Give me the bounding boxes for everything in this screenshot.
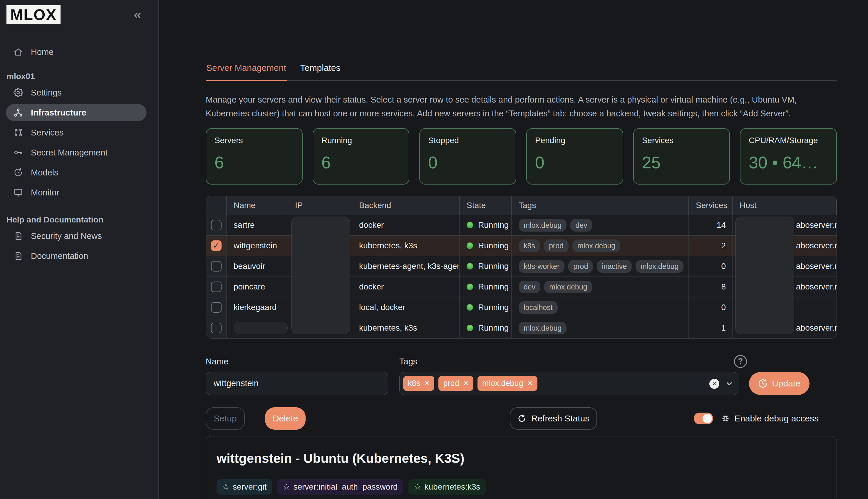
tag-pill: inactive <box>597 260 632 273</box>
server-name-cell[interactable]: beauvoir <box>227 256 288 277</box>
column-header-state: State <box>460 196 512 215</box>
sidebar-item-models[interactable]: Models <box>6 164 147 181</box>
history-icon <box>758 379 768 388</box>
server-name-cell[interactable]: kierkegaard <box>227 297 288 318</box>
sidebar-item-security-and-news[interactable]: Security and News <box>6 228 147 244</box>
server-name: kierkegaard <box>234 303 277 312</box>
sidebar-item-settings[interactable]: Settings <box>6 84 147 101</box>
server-backend-cell: docker <box>352 215 460 235</box>
sidebar: MLOX « Home mlox01 SettingsInfrastructur… <box>0 0 159 499</box>
server-name: beauvoir <box>234 261 265 271</box>
server-state-cell: Running <box>460 297 512 318</box>
sidebar-nav-slot: SettingsInfrastructureServicesSecret Man… <box>0 84 158 201</box>
row-checkbox[interactable] <box>211 323 222 333</box>
server-state-cell: Running <box>460 256 512 277</box>
status-dot-running <box>467 304 473 311</box>
sidebar-item-label: Home <box>31 47 53 57</box>
main-content: Server ManagementTemplates Manage your s… <box>159 0 868 499</box>
tag-chip-prod[interactable]: prod✕ <box>438 376 473 391</box>
tag-pill: mlox.debug <box>518 322 566 334</box>
debug-access-toggle[interactable] <box>694 413 713 424</box>
tag-pill: dev <box>518 281 540 293</box>
help-icon[interactable]: ? <box>734 355 747 368</box>
detail-title: wittgenstein - Ubuntu (Kubernetes, K3S) <box>217 451 826 466</box>
stat-card-cpu-ram-storage: CPU/RAM/Storage30 • 64… <box>740 128 837 184</box>
services-icon <box>13 128 23 137</box>
row-checkbox[interactable] <box>211 281 222 292</box>
row-checkbox[interactable]: ✓ <box>211 240 222 251</box>
sidebar-item-label: Models <box>31 168 59 178</box>
tab-server-management[interactable]: Server Management <box>206 63 287 81</box>
server-name-cell[interactable]: wittgenstein <box>227 235 288 256</box>
sidebar-item-documentation[interactable]: Documentation <box>6 247 147 265</box>
server-backend-cell: local, docker <box>352 297 460 318</box>
delete-button[interactable]: Delete <box>265 407 306 430</box>
services-count-cell: 14 <box>689 215 733 235</box>
server-tags-cell: localhost <box>512 297 689 318</box>
tag-chip-k8s[interactable]: k8s✕ <box>403 376 434 391</box>
badge-label: server:git <box>233 482 267 492</box>
toggle-knob <box>702 414 712 423</box>
stat-label: Running <box>321 136 401 145</box>
stat-label: Stopped <box>428 136 508 145</box>
row-checkbox[interactable] <box>211 261 222 271</box>
sidebar-home-slot: Home <box>0 44 158 61</box>
debug-toggle-label: Enable debug access <box>734 413 819 424</box>
remove-tag-icon[interactable]: ✕ <box>527 380 533 387</box>
remove-tag-icon[interactable]: ✕ <box>424 380 430 387</box>
server-tags-cell: k8s-workerprodinactivemlox.debug <box>512 256 689 277</box>
tag-pill: k8s <box>518 240 540 252</box>
row-checkbox[interactable] <box>211 302 222 313</box>
stat-value: 6 <box>321 153 401 172</box>
update-button[interactable]: Update <box>749 372 809 395</box>
host-value: aboserver.ne <box>796 261 836 271</box>
services-count-cell: 0 <box>689 297 733 318</box>
sidebar-collapse-icon[interactable]: « <box>134 8 141 21</box>
column-header-name: Name <box>227 196 288 215</box>
column-header-host: Host <box>733 196 836 215</box>
row-select-cell <box>206 297 227 318</box>
refresh-status-button[interactable]: Refresh Status <box>510 407 597 430</box>
column-header-services: Services <box>689 196 733 215</box>
server-name-cell[interactable] <box>227 318 288 338</box>
row-checkbox[interactable] <box>211 220 222 230</box>
ip-redaction-box <box>292 217 350 334</box>
clear-tags-icon[interactable]: ✕ <box>709 379 719 389</box>
action-bar: Setup Delete Refresh Status Enable debug… <box>206 407 837 430</box>
server-name-cell[interactable]: sartre <box>227 215 288 235</box>
stat-label: CPU/RAM/Storage <box>749 136 828 145</box>
stat-card-servers: Servers6 <box>206 128 303 184</box>
setup-button[interactable]: Setup <box>206 407 245 430</box>
sidebar-item-label: Documentation <box>31 251 88 261</box>
sidebar-project-label: mlox01 <box>0 72 158 81</box>
status-dot-running <box>467 325 473 331</box>
status-text: Running <box>478 220 509 230</box>
name-input[interactable] <box>206 372 388 395</box>
stat-cards: Servers6Running6Stopped0Pending0Services… <box>206 128 837 184</box>
sidebar-item-secret-management[interactable]: Secret Management <box>6 144 147 161</box>
stat-value: 30 • 64… <box>749 153 828 172</box>
status-text: Running <box>478 261 509 271</box>
sidebar-item-infrastructure[interactable]: Infrastructure <box>6 104 147 121</box>
row-select-cell <box>206 215 227 235</box>
host-value: aboserver.ne <box>796 282 836 292</box>
tag-pill: prod <box>568 260 593 273</box>
stat-label: Servers <box>215 136 294 145</box>
server-name-cell[interactable]: poincare <box>227 277 288 297</box>
tags-multiselect[interactable]: k8s✕prod✕mlox.debug✕ ✕ <box>399 372 738 395</box>
status-text: Running <box>478 323 509 333</box>
column-header-ip: IP <box>288 196 352 215</box>
servers-table: NameIPBackendStateTagsServicesHostsartre… <box>206 196 837 339</box>
remove-tag-icon[interactable]: ✕ <box>463 380 469 387</box>
server-tags-cell: mlox.debug <box>512 318 689 338</box>
row-select-cell <box>206 277 227 297</box>
sidebar-item-monitor[interactable]: Monitor <box>6 184 147 201</box>
status-dot-running <box>467 263 473 269</box>
status-dot-running <box>467 283 473 290</box>
sidebar-item-services[interactable]: Services <box>6 124 147 141</box>
sidebar-item-home[interactable]: Home <box>6 44 147 61</box>
tab-templates[interactable]: Templates <box>300 63 341 80</box>
chevron-down-icon[interactable] <box>725 380 733 388</box>
tag-chip-mlox-debug[interactable]: mlox.debug✕ <box>477 376 537 391</box>
models-icon <box>13 168 23 177</box>
